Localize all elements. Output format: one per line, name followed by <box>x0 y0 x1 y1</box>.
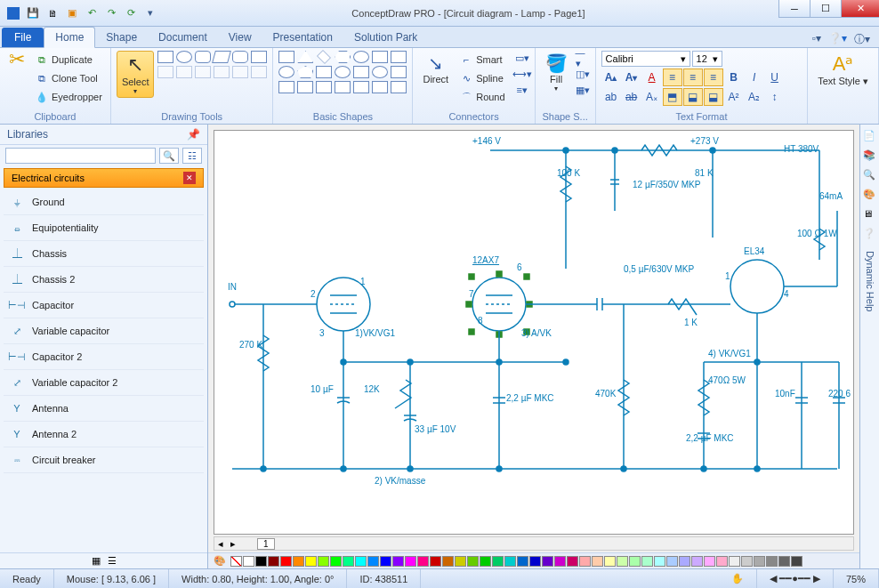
tab-presentation[interactable]: Presentation <box>262 28 343 47</box>
open-icon[interactable]: ▣ <box>64 5 80 21</box>
valign-bot-icon[interactable]: ⬓ <box>704 88 723 106</box>
tab-document[interactable]: Document <box>148 28 218 47</box>
color-swatch[interactable] <box>729 556 740 567</box>
shrink-font-icon[interactable]: A▾ <box>622 68 641 86</box>
library-header[interactable]: Electrical circuits✕ <box>4 168 204 188</box>
tab-shape[interactable]: Shape <box>95 28 148 47</box>
lib-item-equipotentiality[interactable]: ⏛Equipotentiality <box>4 215 204 241</box>
qat-more-icon[interactable]: ▾ <box>142 5 158 21</box>
library-search-input[interactable] <box>5 148 156 164</box>
color-swatch[interactable] <box>367 556 379 567</box>
color-swatch[interactable] <box>542 556 553 567</box>
direct-connector[interactable]: ↘Direct <box>418 51 453 86</box>
color-swatch[interactable] <box>355 556 367 567</box>
color-swatch[interactable] <box>405 556 416 567</box>
conn-opt-2[interactable]: ⟷▾ <box>515 67 529 81</box>
rs-help-icon[interactable]: ❔ <box>863 228 877 242</box>
status-pan-icon[interactable]: ✋ <box>719 569 757 588</box>
font-size-select[interactable]: 12▾ <box>692 51 722 67</box>
round-connector[interactable]: ⌒Round <box>456 88 507 106</box>
dynamic-help-label[interactable]: Dynamic Help <box>865 251 875 311</box>
color-swatch[interactable] <box>554 556 566 567</box>
save-icon[interactable]: 💾 <box>25 5 41 21</box>
italic-icon[interactable]: I <box>745 68 764 86</box>
pin-icon[interactable]: 📌 <box>187 128 200 141</box>
tab-view[interactable]: View <box>218 28 262 47</box>
bold-icon[interactable]: B <box>724 68 744 86</box>
color-swatch[interactable] <box>504 556 516 567</box>
color-swatch[interactable] <box>766 556 778 567</box>
ribbon-min-icon[interactable]: ▫▾ <box>812 32 821 47</box>
color-swatch[interactable] <box>268 556 279 567</box>
rs-icon-3[interactable]: 🔍 <box>863 169 877 183</box>
lib-item-antenna[interactable]: YAntenna <box>4 396 204 422</box>
tab-home[interactable]: Home <box>44 27 95 48</box>
color-swatch[interactable] <box>741 556 753 567</box>
sub-icon[interactable]: A₂ <box>745 88 764 106</box>
undo-icon[interactable]: ↶ <box>84 5 100 21</box>
color-swatch[interactable] <box>592 556 603 567</box>
canvas[interactable]: IN +146 V +273 V HT 380V 64mA 100 K 81 K… <box>214 130 854 535</box>
color-tool-icon[interactable]: 🎨 <box>214 555 226 567</box>
color-swatch[interactable] <box>305 556 317 567</box>
no-color-icon[interactable] <box>230 556 242 567</box>
color-swatch[interactable] <box>442 556 454 567</box>
rs-icon-5[interactable]: 🖥 <box>863 208 877 222</box>
color-swatch[interactable] <box>604 556 616 567</box>
hscroll[interactable]: ◂▸1 <box>214 536 854 551</box>
align-right-icon[interactable]: ≡ <box>704 68 723 86</box>
lib-item-var-capacitor[interactable]: ⤢Variable capacitor <box>4 318 204 344</box>
color-swatch[interactable] <box>467 556 479 567</box>
lib-close-icon[interactable]: ✕ <box>183 172 196 184</box>
color-swatch[interactable] <box>280 556 292 567</box>
color-swatch[interactable] <box>430 556 441 567</box>
conn-opt-3[interactable]: ≡▾ <box>515 83 529 97</box>
color-swatch[interactable] <box>778 556 790 567</box>
color-swatch[interactable] <box>293 556 304 567</box>
valign-mid-icon[interactable]: ⬓ <box>683 88 703 106</box>
drawing-shapes[interactable] <box>157 51 267 78</box>
select-tool[interactable]: ↖Select▾ <box>117 51 155 98</box>
color-swatch[interactable] <box>617 556 628 567</box>
color-swatch[interactable] <box>654 556 665 567</box>
grow-font-icon[interactable]: A▴ <box>601 68 621 86</box>
page-tab[interactable]: 1 <box>257 538 275 550</box>
valign-top-icon[interactable]: ⬒ <box>663 88 682 106</box>
spacing-icon[interactable]: ↕ <box>765 88 785 106</box>
duplicate-button[interactable]: ⧉Duplicate <box>32 51 105 68</box>
lib-item-capacitor[interactable]: ⊢⊣Capacitor <box>4 293 204 318</box>
file-tab[interactable]: File <box>2 28 44 47</box>
line-style-icon[interactable]: —▾ <box>576 51 590 65</box>
color-swatch[interactable] <box>679 556 690 567</box>
conn-opt-1[interactable]: ▭▾ <box>515 51 529 65</box>
shadow-icon[interactable]: ◫▾ <box>576 67 590 81</box>
color-swatch[interactable] <box>480 556 491 567</box>
color-swatch[interactable] <box>791 556 802 567</box>
text-style-button[interactable]: AᵃText Style ▾ <box>813 51 873 89</box>
lib-item-var-capacitor-2[interactable]: ⤢Variable capacitor 2 <box>4 370 204 396</box>
color-swatch[interactable] <box>380 556 391 567</box>
color-swatch[interactable] <box>343 556 354 567</box>
eyedropper-button[interactable]: 💧Eyedropper <box>32 88 105 106</box>
font-name-select[interactable]: Calibri▾ <box>601 51 690 67</box>
clone-tool-button[interactable]: ⧉Clone Tool <box>32 69 105 87</box>
underline-icon[interactable]: U <box>765 68 785 86</box>
color-swatch[interactable] <box>392 556 404 567</box>
color-swatch[interactable] <box>330 556 342 567</box>
rs-icon-1[interactable]: 📄 <box>863 130 877 144</box>
lib-item-chassis[interactable]: ⏊Chassis <box>4 241 204 267</box>
highlight-icon[interactable]: ab <box>601 88 621 106</box>
color-swatch[interactable] <box>417 556 429 567</box>
rs-icon-4[interactable]: 🎨 <box>863 189 877 203</box>
basic-shapes-grid[interactable] <box>278 51 407 93</box>
new-icon[interactable]: 🗎 <box>44 5 60 21</box>
smart-connector[interactable]: ⌐Smart <box>456 51 507 68</box>
color-swatch[interactable] <box>517 556 528 567</box>
refresh-icon[interactable]: ⟳ <box>123 5 139 21</box>
search-icon[interactable]: 🔍 <box>159 148 179 164</box>
status-zoom[interactable]: 75% <box>834 569 879 588</box>
color-swatch[interactable] <box>716 556 728 567</box>
help-icon[interactable]: ❔▾ <box>828 32 847 47</box>
color-swatch[interactable] <box>704 556 715 567</box>
arrange-icon[interactable]: ▦▾ <box>576 83 590 97</box>
